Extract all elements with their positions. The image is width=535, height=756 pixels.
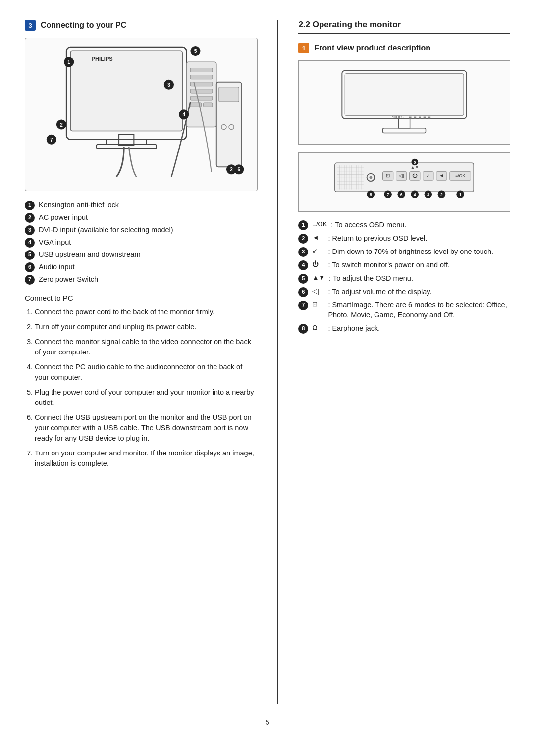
front-view-bottom-illustration: ⊡ ◁| ⏻ ↙ ◄ ≡/OK bbox=[298, 152, 510, 212]
btn-desc-7: : SmartImage. There are 6 modes to be se… bbox=[328, 300, 510, 320]
item-text-7: Zero power Switch bbox=[39, 274, 98, 284]
svg-rect-3 bbox=[107, 139, 147, 144]
item-text-4: VGA input bbox=[39, 237, 71, 247]
button-item-5: 5 ▲▼ : To adjust the OSD menu. bbox=[298, 273, 510, 284]
section-title: Connecting to your PC bbox=[41, 21, 126, 30]
item-num-3: 3 bbox=[25, 225, 35, 235]
item-text-6: Audio input bbox=[39, 262, 75, 272]
svg-point-63 bbox=[370, 176, 373, 179]
btn-icon-4: ⏻ bbox=[312, 260, 324, 269]
list-item: 6 Audio input bbox=[25, 262, 258, 272]
left-section-heading: 3 Connecting to your PC bbox=[25, 20, 258, 31]
item-num-7: 7 bbox=[25, 275, 35, 285]
monitor-back-illustration: PHILIPS bbox=[25, 38, 258, 191]
item-num-2: 2 bbox=[25, 213, 35, 223]
btn-desc-2: : Return to previous OSD level. bbox=[328, 233, 427, 243]
svg-text:3: 3 bbox=[427, 192, 429, 197]
right-section-title: Front view product description bbox=[314, 44, 430, 52]
svg-text:7: 7 bbox=[387, 192, 389, 197]
page-number: 5 bbox=[25, 718, 510, 726]
svg-text:7: 7 bbox=[50, 137, 53, 142]
svg-rect-38 bbox=[383, 128, 426, 133]
step-6: Connect the USB upstream port on the mon… bbox=[35, 412, 258, 444]
svg-text:◁|: ◁| bbox=[399, 173, 404, 178]
btn-icon-3: ↙ bbox=[312, 247, 324, 255]
svg-text:▲▼: ▲▼ bbox=[411, 165, 419, 170]
right-column: 2.2 Operating the monitor 1 Front view p… bbox=[277, 20, 510, 704]
step-4: Connect the PC audio cable to the audioc… bbox=[35, 362, 258, 383]
button-desc-list: 1 ≡/OK : To access OSD menu. 2 ◄ : Retur… bbox=[298, 220, 510, 334]
section-22-heading: 2.2 Operating the monitor bbox=[298, 20, 510, 34]
list-item: 4 VGA input bbox=[25, 237, 258, 248]
svg-text:◄: ◄ bbox=[439, 172, 444, 178]
button-item-7: 7 ⊡ : SmartImage. There are 6 modes to b… bbox=[298, 300, 510, 320]
columns: 3 Connecting to your PC PHILIPS bbox=[25, 20, 510, 704]
section-number-badge: 3 bbox=[25, 20, 36, 31]
step-5: Plug the power cord of your computer and… bbox=[35, 387, 258, 408]
item-num-6: 6 bbox=[25, 262, 35, 272]
svg-text:2: 2 bbox=[440, 192, 443, 197]
btn-num-6: 6 bbox=[298, 287, 308, 297]
btn-num-2: 2 bbox=[298, 234, 308, 244]
svg-text:2: 2 bbox=[60, 122, 63, 127]
btn-desc-6: : To adjust volume of the display. bbox=[328, 287, 431, 297]
item-num-1: 1 bbox=[25, 201, 35, 210]
list-item: 1 Kensington anti-thief lock bbox=[25, 200, 258, 210]
list-item: 5 USB upstream and downstream bbox=[25, 250, 258, 260]
item-text-2: AC power input bbox=[39, 212, 88, 222]
button-item-2: 2 ◄ : Return to previous OSD level. bbox=[298, 233, 510, 244]
svg-rect-10 bbox=[190, 89, 212, 93]
item-text-5: USB upstream and downstream bbox=[39, 250, 141, 259]
svg-text:⏻: ⏻ bbox=[412, 172, 418, 178]
svg-text:3: 3 bbox=[167, 82, 170, 87]
item-text-1: Kensington anti-thief lock bbox=[39, 200, 119, 210]
btn-desc-3: : Dim down to 70% of brightness level by… bbox=[328, 247, 493, 256]
list-item: 2 AC power input bbox=[25, 212, 258, 223]
button-item-3: 3 ↙ : Dim down to 70% of brightness leve… bbox=[298, 247, 510, 257]
svg-rect-13 bbox=[203, 103, 212, 107]
btn-icon-6: ◁| bbox=[312, 287, 324, 296]
btn-num-8: 8 bbox=[298, 324, 308, 334]
svg-rect-40 bbox=[414, 116, 417, 118]
svg-rect-1 bbox=[70, 51, 182, 131]
right-section-heading: 1 Front view product description bbox=[298, 43, 510, 53]
monitor-back-svg: PHILIPS bbox=[31, 42, 252, 187]
btn-desc-5: : To adjust the OSD menu. bbox=[329, 273, 413, 283]
btn-num-3: 3 bbox=[298, 247, 308, 257]
left-column: 3 Connecting to your PC PHILIPS bbox=[25, 20, 258, 704]
step-7: Turn on your computer and monitor. If th… bbox=[35, 448, 258, 469]
list-item: 3 DVI-D input (available for selecting m… bbox=[25, 225, 258, 235]
svg-rect-39 bbox=[409, 116, 412, 118]
btn-num-4: 4 bbox=[298, 260, 308, 270]
svg-text:5: 5 bbox=[414, 160, 416, 165]
svg-text:4: 4 bbox=[182, 112, 185, 117]
btn-num-1: 1 bbox=[298, 220, 308, 230]
button-item-6: 6 ◁| : To adjust volume of the display. bbox=[298, 287, 510, 297]
svg-rect-8 bbox=[190, 75, 212, 79]
svg-text:≡/OK: ≡/OK bbox=[455, 173, 465, 178]
btn-desc-1: : To access OSD menu. bbox=[331, 220, 406, 230]
buttons-closeup-svg: ⊡ ◁| ⏻ ↙ ◄ ≡/OK bbox=[332, 157, 476, 207]
btn-icon-1: ≡/OK bbox=[312, 220, 327, 229]
btn-icon-7: ⊡ bbox=[312, 300, 324, 309]
svg-text:4: 4 bbox=[414, 192, 416, 197]
step-2: Turn off your computer and unplug its po… bbox=[35, 322, 258, 332]
svg-rect-43 bbox=[428, 116, 431, 118]
btn-icon-2: ◄ bbox=[312, 233, 324, 242]
svg-text:6: 6 bbox=[400, 192, 403, 197]
svg-text:PHILIPS: PHILIPS bbox=[91, 56, 112, 62]
button-item-1: 1 ≡/OK : To access OSD menu. bbox=[298, 220, 510, 230]
item-num-5: 5 bbox=[25, 250, 35, 260]
step-3: Connect the monitor signal cable to the … bbox=[35, 337, 258, 357]
front-view-top-illustration: PHILIPS bbox=[298, 60, 510, 145]
svg-rect-15 bbox=[219, 87, 239, 102]
front-monitor-svg: PHILIPS bbox=[332, 67, 476, 139]
btn-desc-4: : To switch monitor's power on and off. bbox=[328, 260, 450, 270]
svg-text:1: 1 bbox=[459, 192, 462, 197]
btn-num-5: 5 bbox=[298, 274, 308, 284]
svg-rect-35 bbox=[345, 73, 464, 115]
btn-icon-8: Ω bbox=[312, 323, 324, 332]
item-num-4: 4 bbox=[25, 238, 35, 248]
btn-desc-8: : Earphone jack. bbox=[328, 323, 380, 333]
svg-text:1: 1 bbox=[67, 59, 70, 65]
